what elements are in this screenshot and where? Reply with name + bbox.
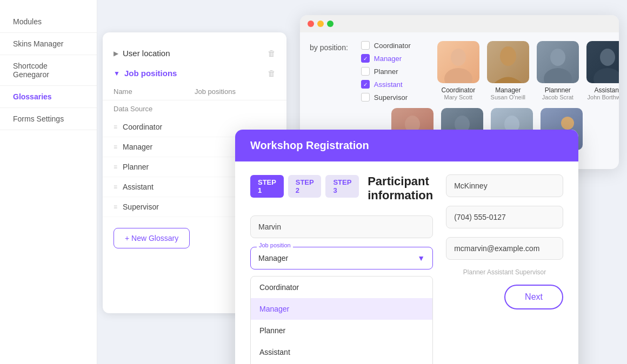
profile-role-coordinator: Mary Scott (444, 94, 473, 100)
job-positions-label: Job positions (124, 69, 177, 78)
sidebar: Modules Skins Manager Shortcode Genegaro… (0, 0, 97, 364)
avatar-coordinator (437, 41, 479, 83)
checkbox-manager[interactable]: ✓ (361, 54, 370, 63)
sidebar-item-forms-settings[interactable]: Forms Settings (0, 108, 97, 130)
filter-label-supervisor: Supervisor (374, 93, 408, 102)
steps-and-title: STEP 1 STEP 2 STEP 3 Participant informa… (250, 174, 433, 203)
window-minimize-dot[interactable] (317, 21, 324, 27)
phone-input[interactable] (446, 206, 563, 228)
svg-point-2 (500, 46, 516, 66)
profile-coordinator: Coordinator Mary Scott (433, 41, 483, 100)
by-position-label: by position: (310, 41, 348, 52)
profile-name-coordinator: Coordinator (441, 86, 475, 94)
dropdown-item-assistant[interactable]: Assistant (251, 341, 432, 363)
job-positions-row[interactable]: ▼ Job positions 🗑 (103, 63, 286, 83)
svg-point-0 (451, 49, 466, 66)
checkbox-supervisor[interactable] (361, 93, 370, 102)
avatar-assistant (586, 41, 619, 83)
profile-manager: Manager Susan O'neill (483, 41, 533, 100)
next-button[interactable]: Next (504, 285, 563, 309)
drag-handle-icon[interactable]: ≡ (114, 163, 117, 171)
col-name: Name (114, 87, 195, 96)
row-label: Manager (123, 143, 152, 151)
avatar-manager (487, 41, 529, 83)
participant-title: Participant information (368, 174, 433, 203)
modal-body: STEP 1 STEP 2 STEP 3 Participant informa… (235, 161, 578, 364)
checkbox-coordinator[interactable] (361, 41, 370, 50)
dropdown-item-planner[interactable]: Planner (251, 320, 432, 341)
window-close-dot[interactable] (308, 21, 314, 27)
sidebar-item-shortcode[interactable]: Shortcode Genegaror (0, 55, 97, 86)
filter-row: by position: Coordinator ✓ Manager Plann… (300, 32, 619, 108)
job-position-value: Manager (258, 254, 288, 262)
avatar-planner (537, 41, 579, 83)
modal-left: STEP 1 STEP 2 STEP 3 Participant informa… (250, 174, 433, 364)
modal-right: Planner Assistant Supervisor Next (446, 174, 563, 364)
email-input[interactable] (446, 237, 563, 260)
user-location-label: User location (123, 49, 170, 58)
row-label: Assistant (123, 183, 154, 191)
profile-name-manager: Manager (495, 86, 521, 94)
filter-planner[interactable]: Planner (361, 67, 421, 76)
filter-manager[interactable]: ✓ Manager (361, 54, 421, 63)
filter-label-assistant: Assistant (374, 80, 403, 89)
filter-assistant[interactable]: ✓ Assistant (361, 80, 421, 89)
table-header: Name Job positions (103, 83, 286, 100)
job-position-floating-label: Job position (257, 242, 293, 248)
filter-checkboxes: Coordinator ✓ Manager Planner ✓ Assistan… (361, 41, 421, 102)
first-name-input[interactable] (250, 215, 433, 238)
window-maximize-dot[interactable] (327, 21, 333, 27)
job-position-wrapper: Job position Manager ▼ (250, 247, 433, 269)
drag-handle-icon[interactable]: ≡ (114, 143, 117, 151)
job-position-select[interactable]: Manager ▼ (250, 247, 433, 269)
step-3-badge[interactable]: STEP 3 (325, 175, 359, 198)
profile-role-manager: Susan O'neill (491, 94, 525, 100)
profile-planner: Plannner Jacob Scrat (533, 41, 583, 100)
chevron-down-icon: ▼ (114, 70, 120, 77)
svg-point-3 (550, 49, 565, 66)
trash-icon-job[interactable]: 🗑 (268, 69, 276, 78)
sidebar-item-glossaries[interactable]: Glossaries (0, 86, 97, 108)
svg-point-13 (561, 117, 574, 130)
svg-point-4 (544, 68, 572, 83)
filter-label-manager: Manager (374, 55, 402, 63)
drag-handle-icon[interactable]: ≡ (114, 203, 117, 211)
filter-coordinator[interactable]: Coordinator (361, 41, 421, 50)
profiles-row-1: Coordinator Mary Scott Manager Susan O'n… (433, 41, 619, 100)
filter-label-planner: Planner (374, 68, 398, 76)
modal-title: Workshop Registration (250, 139, 369, 151)
step-1-badge[interactable]: STEP 1 (250, 175, 284, 198)
svg-point-6 (593, 68, 619, 83)
profile-name-assistant: Assistant (594, 86, 619, 94)
sidebar-item-skins-manager[interactable]: Skins Manager (0, 33, 97, 55)
data-source-label: Data Source (103, 100, 286, 117)
svg-point-5 (600, 49, 615, 66)
profile-name-planner: Plannner (545, 86, 571, 94)
checkbox-assistant[interactable]: ✓ (361, 80, 370, 89)
new-glossary-button[interactable]: + New Glossary (114, 228, 190, 248)
dropdown-item-coordinator[interactable]: Coordinator (251, 277, 432, 298)
row-label: Planner (123, 163, 149, 171)
dropdown-item-manager[interactable]: Manager (251, 298, 432, 320)
dropdown-list: Coordinator Manager Planner Assistant Su… (250, 276, 433, 364)
drag-handle-icon[interactable]: ≡ (114, 183, 117, 191)
step-2-badge[interactable]: STEP 2 (288, 175, 322, 198)
dropdown-arrow-icon: ▼ (417, 254, 425, 262)
supervisor-info: Planner Assistant Supervisor (446, 268, 563, 276)
workshop-modal: Workshop Registration STEP 1 STEP 2 STEP… (235, 130, 578, 364)
browser-titlebar (300, 15, 619, 32)
user-location-row[interactable]: ▶ User location 🗑 (103, 43, 286, 63)
profile-assistant: Assistant John Borthwick (583, 41, 619, 100)
last-name-input[interactable] (446, 174, 563, 197)
svg-point-1 (444, 68, 472, 83)
drag-handle-icon[interactable]: ≡ (114, 123, 117, 131)
checkbox-planner[interactable] (361, 67, 370, 76)
filter-supervisor[interactable]: Supervisor (361, 93, 421, 102)
row-label: Supervisor (123, 203, 159, 211)
filter-label-coordinator: Coordinator (374, 42, 411, 50)
col-job-positions: Job positions (195, 87, 276, 96)
sidebar-item-modules[interactable]: Modules (0, 11, 97, 33)
trash-icon[interactable]: 🗑 (268, 49, 276, 58)
row-label: Coordinator (123, 123, 162, 131)
modal-header: Workshop Registration (235, 130, 578, 161)
